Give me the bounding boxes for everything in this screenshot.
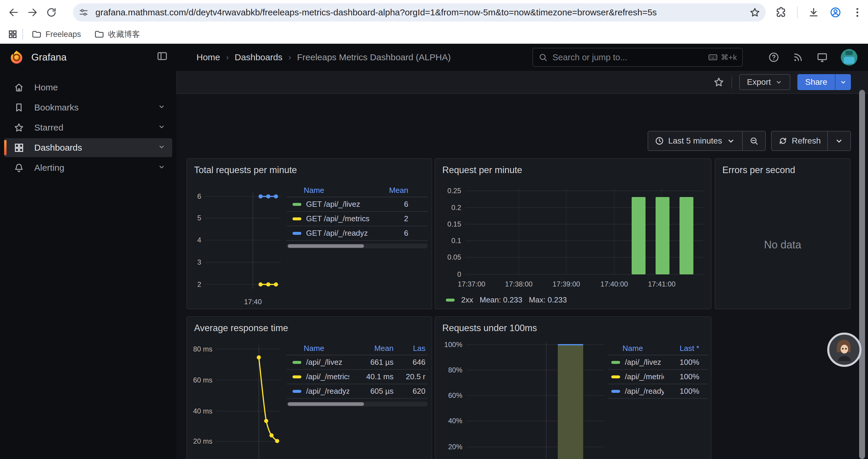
- url-bar[interactable]: grafana.mathmast.com/d/deytv4rwavabkb/fr…: [73, 3, 766, 22]
- legend-row[interactable]: /api/_/readyz 100%: [608, 384, 708, 399]
- breadcrumb-dashboards[interactable]: Dashboards: [235, 52, 282, 62]
- panel-avg-response-time: Average response time 80 ms 60 ms 40 ms …: [186, 316, 432, 459]
- sidebar-collapse-icon[interactable]: [156, 50, 168, 62]
- sidebar-item-label: Starred: [34, 123, 63, 133]
- chevron-down-icon[interactable]: [157, 102, 166, 113]
- search-input[interactable]: [552, 52, 708, 63]
- star-icon: [13, 122, 24, 133]
- legend-row[interactable]: GET /api/_/readyz 6: [286, 226, 428, 241]
- reload-icon[interactable]: [42, 3, 61, 22]
- refresh-interval-chevron[interactable]: [828, 131, 850, 150]
- svg-text:60 ms: 60 ms: [193, 376, 212, 384]
- sidebar-item-alerting[interactable]: Alerting: [4, 158, 172, 177]
- series-swatch: [292, 232, 301, 235]
- legend-row[interactable]: /api/_/livez 100%: [608, 355, 708, 370]
- bell-icon: [13, 162, 24, 173]
- export-button[interactable]: Export: [739, 74, 790, 90]
- breadcrumb: Home › Dashboards › Freeleaps Metrics Da…: [196, 52, 451, 62]
- svg-text:2: 2: [197, 280, 201, 288]
- bar-chart[interactable]: 0.25 0.2 0.15 0.1 0.05 0 17:37:00 17:38:…: [435, 159, 711, 309]
- svg-text:0.25: 0.25: [447, 187, 461, 195]
- table-scrollbar[interactable]: [286, 402, 428, 406]
- user-avatar[interactable]: [841, 49, 857, 66]
- panel-title[interactable]: Errors per second: [715, 159, 850, 175]
- col-last[interactable]: Last *: [664, 344, 708, 353]
- bookmark-folder-freeleaps[interactable]: Freeleaps: [31, 29, 81, 39]
- profile-icon[interactable]: [830, 6, 841, 18]
- downloads-icon[interactable]: [808, 6, 819, 18]
- search-box[interactable]: ⌘+k: [532, 48, 743, 67]
- panel-errors-per-second: Errors per second No data: [715, 158, 850, 309]
- url-text[interactable]: grafana.mathmast.com/d/deytv4rwavabkb/fr…: [95, 7, 749, 18]
- panel-request-per-minute: Request per minute 0.25 0.2 0.15 0.1: [435, 158, 711, 309]
- legend[interactable]: 2xx Mean: 0.233 Max: 0.233: [446, 295, 567, 304]
- sidebar-item-starred[interactable]: Starred: [4, 118, 172, 137]
- svg-text:60%: 60%: [448, 391, 462, 399]
- assistant-avatar[interactable]: [827, 333, 862, 367]
- refresh-icon: [778, 136, 788, 145]
- legend-row[interactable]: GET /api/_/metrics 2: [286, 212, 428, 226]
- chevron-down-icon[interactable]: [157, 143, 166, 153]
- svg-text:17:39:00: 17:39:00: [553, 280, 580, 288]
- bookmark-star-icon[interactable]: [749, 7, 761, 18]
- col-last[interactable]: Las: [394, 344, 428, 353]
- svg-text:0: 0: [457, 270, 461, 278]
- col-mean[interactable]: Mean: [376, 186, 428, 195]
- back-icon[interactable]: [4, 3, 23, 22]
- apps-grid-icon[interactable]: [8, 29, 18, 39]
- site-settings-icon[interactable]: [78, 7, 89, 18]
- grafana-brand-name: Grafana: [31, 52, 66, 63]
- sidebar-item-home[interactable]: Home: [4, 78, 172, 97]
- help-icon[interactable]: [768, 52, 779, 63]
- chevron-down-icon[interactable]: [157, 123, 166, 133]
- legend-table: Name Mean GET /api/_/livez 6 GET /api/_/…: [286, 184, 428, 249]
- legend-mean: Mean: 0.233: [479, 295, 522, 304]
- bookmark-icon: [13, 102, 24, 113]
- sidebar: Home Bookmarks Starred Dashboards Alerti…: [0, 71, 176, 459]
- menu-kebab-icon[interactable]: [851, 6, 863, 18]
- series-swatch: [611, 375, 620, 379]
- series-swatch: [292, 390, 301, 393]
- dashboard-toolbar: Export Share: [176, 71, 868, 94]
- panel-total-requests: Total requests per minute 6 5 4 3 2 17:4…: [186, 158, 432, 309]
- bar-series-2xx: [632, 197, 693, 274]
- legend-max: Max: 0.233: [529, 295, 567, 304]
- col-name[interactable]: Name: [304, 344, 349, 353]
- legend-row[interactable]: /api/_/readyz 605 µs 620: [286, 384, 428, 399]
- share-dropdown-chevron[interactable]: [835, 74, 851, 90]
- breadcrumb-home[interactable]: Home: [196, 52, 220, 62]
- share-button[interactable]: Share: [797, 74, 835, 90]
- grafana-logo-icon[interactable]: [9, 50, 24, 65]
- legend-row[interactable]: GET /api/_/livez 6: [286, 197, 428, 212]
- news-rss-icon[interactable]: [793, 52, 804, 63]
- bookmarks-divider: [23, 29, 23, 40]
- grafana-brand: Grafana: [0, 50, 176, 65]
- col-name[interactable]: Name: [304, 186, 376, 195]
- chevron-down-icon[interactable]: [157, 163, 166, 173]
- home-icon: [13, 82, 24, 93]
- zoom-out-button[interactable]: [743, 131, 765, 150]
- time-range-picker[interactable]: Last 5 minutes: [648, 131, 742, 150]
- legend-series-label: 2xx: [461, 295, 473, 304]
- sidebar-item-label: Dashboards: [34, 143, 82, 153]
- legend-table-header: Name Mean Las: [286, 342, 428, 355]
- refresh-button[interactable]: Refresh: [772, 131, 827, 150]
- legend-row[interactable]: /api/_/metrics 40.1 ms 20.5 r: [286, 370, 428, 384]
- table-scrollbar[interactable]: [286, 244, 428, 249]
- legend-row[interactable]: /api/_/metrics 100%: [608, 370, 708, 384]
- sidebar-item-dashboards[interactable]: Dashboards: [4, 138, 172, 157]
- legend-table-header: Name Mean: [286, 184, 428, 197]
- tv-mode-icon[interactable]: [816, 52, 828, 63]
- page-scrollbar[interactable]: [859, 90, 865, 459]
- col-mean[interactable]: Mean: [349, 344, 394, 353]
- extensions-icon[interactable]: [775, 6, 787, 18]
- sidebar-item-bookmarks[interactable]: Bookmarks: [4, 98, 172, 117]
- forward-icon[interactable]: [23, 3, 42, 22]
- svg-text:3: 3: [197, 258, 201, 266]
- bookmark-folder-blogs[interactable]: 收藏博客: [94, 29, 140, 40]
- legend-row[interactable]: /api/_/livez 661 µs 646: [286, 355, 428, 370]
- bookmark-label: Freeleaps: [45, 30, 81, 39]
- favorite-star-icon[interactable]: [713, 76, 724, 88]
- search-icon: [538, 53, 548, 62]
- col-name[interactable]: Name: [622, 344, 664, 353]
